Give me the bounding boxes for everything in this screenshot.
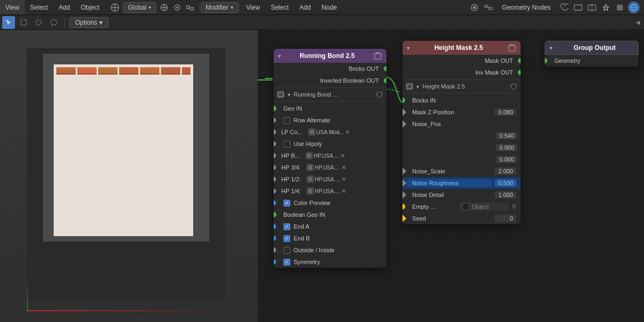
- hm-bricks-in-label: Bricks IN: [407, 97, 516, 104]
- hm-noise-pos-x-val[interactable]: 0.540: [496, 132, 517, 140]
- hm-noise-roughness-socket: [402, 179, 406, 187]
- menu-add[interactable]: Add: [53, 0, 75, 14]
- hm-color-swatch: [462, 203, 470, 210]
- rb-color-preview-cb[interactable]: [283, 200, 290, 207]
- hm-noise-pos-y: 0.000: [402, 142, 521, 153]
- rb-out-inverted: Inverted Boolean OUT: [274, 75, 386, 86]
- svg-rect-9: [191, 8, 193, 10]
- svg-rect-40: [308, 177, 312, 181]
- hm-inv-mask-out-label: Inv Mask OUT: [407, 69, 513, 76]
- rb-hipoly-cb[interactable]: [283, 141, 290, 148]
- box-select-tool[interactable]: [17, 16, 30, 29]
- rb-outside-inside-cb[interactable]: [283, 247, 290, 254]
- hm-out-inv-mask: Inv Mask OUT: [402, 67, 521, 78]
- go-geometry-socket: [545, 58, 547, 63]
- hm-shield-icon[interactable]: [510, 83, 517, 90]
- options-button[interactable]: Options ▾: [69, 17, 108, 28]
- rb-collapse[interactable]: ▾: [278, 53, 281, 59]
- group-output-node: ▾ Group Output Geometry: [545, 41, 639, 67]
- menu-view2[interactable]: View: [241, 0, 266, 14]
- hm-noise-pos-label: Noise_Pos: [407, 121, 516, 127]
- rb-hpb-label: HP B...: [281, 152, 300, 159]
- rb-end-b-cb[interactable]: [283, 235, 290, 242]
- hm-mask-out-label: Mask OUT: [407, 57, 513, 64]
- rb-hp-b: HP B... HP.USA.... ✕: [274, 150, 386, 162]
- global-dropdown[interactable]: Global ▾: [123, 2, 156, 13]
- hm-noise-detail-value[interactable]: 1.000: [495, 191, 516, 199]
- rb-hp34-label: HP 3/4:: [281, 164, 301, 171]
- rb-shield-icon[interactable]: [376, 91, 383, 98]
- go-body: Geometry: [545, 55, 639, 67]
- menu-select[interactable]: Select: [25, 0, 53, 14]
- rb-hpb-socket: [274, 153, 276, 158]
- menu-select2[interactable]: Select: [265, 0, 294, 14]
- rb-lp-socket: [274, 129, 276, 135]
- hm-export-icon[interactable]: [508, 43, 516, 52]
- rb-symmetry-cb[interactable]: [283, 259, 290, 266]
- globe-icon[interactable]: [628, 2, 640, 13]
- menu-node[interactable]: Node: [316, 0, 342, 14]
- rb-end-b-socket: [274, 236, 276, 241]
- proportional-icon[interactable]: [171, 2, 183, 13]
- menu-view[interactable]: View: [0, 0, 25, 14]
- svg-rect-16: [574, 5, 582, 10]
- rb-sub-panel-row: ▾ Running Bond ...: [274, 89, 386, 100]
- rb-geo-in-label: Geo IN: [278, 105, 382, 112]
- rb-hp14-close[interactable]: ✕: [341, 188, 346, 195]
- hm-mask-z-value[interactable]: 0.080: [495, 108, 516, 116]
- hm-sub-icon: [406, 83, 413, 90]
- rb-row-alt-socket: [274, 118, 276, 123]
- hm-object-field[interactable]: Object: [459, 202, 509, 211]
- hm-noise-pos-y-val[interactable]: 0.000: [496, 144, 517, 151]
- hm-noise-pos-z-val[interactable]: 0.000: [496, 156, 517, 163]
- rb-hp12-sub-icon: [306, 175, 314, 183]
- rb-end-a-cb[interactable]: [283, 223, 290, 230]
- options-arrow: ▾: [99, 19, 103, 26]
- transform-icon[interactable]: [184, 2, 196, 13]
- header-right: Geometry Nodes: [469, 2, 644, 13]
- rb-row-alt-cb[interactable]: [283, 117, 290, 124]
- screen-icon[interactable]: [572, 2, 584, 13]
- rb-hp12-close[interactable]: ✕: [341, 176, 346, 183]
- hm-seed-value[interactable]: 0: [495, 215, 516, 222]
- heart-icon[interactable]: [558, 2, 570, 13]
- lasso-tool[interactable]: [47, 16, 60, 29]
- hm-noise-roughness-value[interactable]: 0.500: [495, 179, 516, 187]
- hm-collapse[interactable]: ▾: [407, 45, 409, 51]
- hm-seed-socket: [402, 215, 406, 222]
- circle-select-tool[interactable]: [32, 16, 45, 29]
- rb-outside-inside-label: Outside / Inside: [294, 247, 334, 253]
- rb-hp34-close[interactable]: ✕: [341, 164, 346, 171]
- hm-noise-detail-socket: [402, 191, 406, 199]
- hm-noise-detail-label: Noise Detail: [407, 192, 492, 198]
- hm-eyedropper-icon[interactable]: ⚲: [512, 203, 516, 210]
- collapse-arrow[interactable]: ◀: [634, 15, 642, 30]
- screen2-icon[interactable]: [586, 2, 598, 13]
- rb-export-icon[interactable]: [374, 52, 382, 60]
- render-icon[interactable]: [469, 2, 480, 13]
- rb-lp-close[interactable]: ✕: [345, 129, 350, 136]
- select-tool[interactable]: [2, 16, 15, 29]
- pin-icon[interactable]: [600, 2, 612, 13]
- hm-empty-socket: [402, 204, 405, 209]
- hm-mask-z: Mask Z Position 0.080: [402, 106, 521, 118]
- hm-mask-z-socket: [402, 108, 406, 116]
- rb-hp-14: HP 1/4: HP.USA.... ✕: [274, 185, 386, 197]
- modifier-dropdown[interactable]: Modifier ▾: [201, 2, 238, 13]
- snap-icon[interactable]: [158, 2, 170, 13]
- menu-object[interactable]: Object: [76, 0, 105, 14]
- rb-hp14-label: HP 1/4:: [281, 188, 301, 194]
- rb-hp12-label: HP 1/2:: [281, 176, 301, 182]
- go-collapse[interactable]: ▾: [550, 45, 552, 51]
- hm-noise-detail: Noise Detail 1.000: [402, 189, 521, 201]
- rb-hpb-close[interactable]: ✕: [340, 152, 345, 159]
- rb-symmetry-label: Symmetry: [294, 259, 320, 265]
- hm-noise-scale-value[interactable]: 2.000: [495, 167, 516, 175]
- node-icon[interactable]: [482, 2, 494, 13]
- svg-rect-37: [310, 130, 314, 134]
- grid-icon[interactable]: [614, 2, 626, 13]
- hm-body: Mask OUT Inv Mask OUT ▾ Height Mask 2.5: [402, 55, 521, 224]
- menu-add2[interactable]: Add: [294, 0, 316, 14]
- rb-hp14-sub-icon: [306, 187, 314, 195]
- hm-out-mask: Mask OUT: [402, 55, 521, 67]
